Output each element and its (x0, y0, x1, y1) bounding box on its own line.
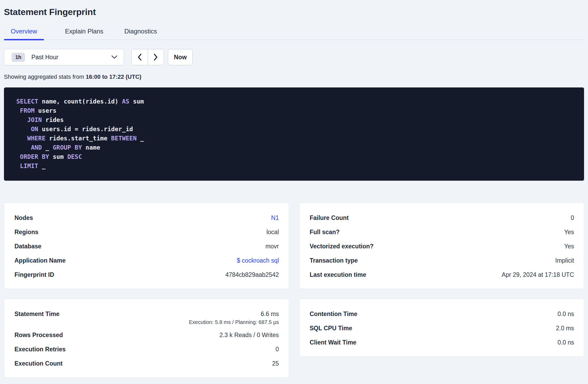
sql-cpu-time-row: SQL CPU Time2.0 ms (310, 321, 574, 335)
time-window-nav (131, 49, 164, 65)
tab-diagnostics[interactable]: Diagnostics (124, 28, 157, 40)
client-wait-time-row: Client Wait Time0.0 ns (310, 335, 574, 349)
sql-line: FROM users (16, 106, 574, 115)
application-name-label: Application Name (14, 257, 66, 264)
last-execution-time-row: Last execution timeApr 29, 2024 at 17:18… (310, 268, 574, 282)
last-execution-time-label: Last execution time (310, 271, 366, 278)
sql-line: WHERE rides.start_time BETWEEN _ (16, 134, 574, 143)
transaction-type-value: Implicit (555, 257, 574, 264)
tab-bar: Overview Explain Plans Diagnostics (4, 28, 584, 40)
time-range-label: Past Hour (31, 54, 58, 61)
execution-retries-label: Execution Retries (14, 346, 66, 353)
client-wait-time-value: 0.0 ns (557, 339, 574, 346)
statement-time-value: 6.6 ms (261, 311, 279, 318)
execution-count-label: Execution Count (14, 360, 63, 367)
regions-row: Regionslocal (14, 225, 279, 239)
application-name-row: Application Name$ cockroach sql (14, 253, 279, 268)
sql-line: LIMIT _ (16, 161, 574, 171)
rows-processed-value: 2.3 k Reads / 0 Writes (220, 332, 279, 339)
full-scan-label: Full scan? (310, 229, 340, 236)
regions-value: local (266, 229, 279, 236)
nodes-value[interactable]: N1 (271, 214, 279, 221)
statement-time-label: Statement Time (14, 311, 59, 318)
tab-overview[interactable]: Overview (4, 28, 44, 40)
sql-statement-box: SELECT name, count(rides.id) AS sum FROM… (4, 87, 584, 181)
info-cards-row: NodesN1RegionslocalDatabasemovrApplicati… (4, 203, 584, 289)
execution-attributes-card: Failure Count0Full scan?YesVectorized ex… (299, 203, 584, 289)
next-time-window-button[interactable] (148, 49, 164, 65)
timing-cards-row: Statement Time6.6 msExecution: 5.8 ms / … (4, 299, 584, 378)
database-value: movr (265, 243, 279, 250)
time-controls: 1h Past Hour (4, 49, 584, 65)
execution-retries-value: 0 (276, 346, 279, 353)
failure-count-value: 0 (571, 214, 574, 221)
sql-line: ORDER BY sum DESC (16, 152, 574, 161)
aggregated-stats-prefix: Showing aggregated stats from (4, 73, 86, 80)
transaction-type-label: Transaction type (310, 257, 358, 264)
statement-overview-card: NodesN1RegionslocalDatabasemovrApplicati… (4, 203, 289, 289)
time-range-select[interactable]: 1h Past Hour (4, 49, 124, 65)
execution-retries-row: Execution Retries0 (14, 342, 279, 356)
transaction-type-row: Transaction typeImplicit (310, 253, 574, 268)
chevron-down-icon (111, 55, 117, 59)
sql-cpu-time-value: 2.0 ms (556, 325, 574, 332)
last-execution-time-value: Apr 29, 2024 at 17:18 UTC (502, 271, 574, 278)
statement-fingerprint-page: Statement Fingerprint Overview Explain P… (0, 0, 588, 378)
regions-label: Regions (14, 229, 38, 236)
contention-time-row: Contention Time0.0 ns (310, 307, 574, 321)
database-row: Databasemovr (14, 239, 279, 253)
sql-cpu-time-label: SQL CPU Time (310, 325, 352, 332)
full-scan-value: Yes (564, 229, 574, 236)
page-title: Statement Fingerprint (4, 7, 584, 17)
failure-count-row: Failure Count0 (310, 211, 574, 225)
database-label: Database (14, 243, 41, 250)
application-name-value[interactable]: $ cockroach sql (237, 257, 279, 264)
execution-count-row: Execution Count25 (14, 356, 279, 371)
sql-line: SELECT name, count(rides.id) AS sum (16, 97, 574, 106)
vectorized-execution-label: Vectorized execution? (310, 243, 374, 250)
fingerprint-id-row: Fingerprint ID4784cb829aab2542 (14, 268, 279, 282)
chevron-left-icon (137, 53, 142, 61)
nodes-row: NodesN1 (14, 211, 279, 225)
sql-line: JOIN rides (16, 115, 574, 125)
rows-processed-row: Rows Processed2.3 k Reads / 0 Writes (14, 328, 279, 342)
sql-code: SELECT name, count(rides.id) AS sum FROM… (16, 97, 574, 171)
sql-line: ON users.id = rides.rider_id (16, 125, 574, 134)
vectorized-execution-value: Yes (564, 243, 574, 250)
previous-time-window-button[interactable] (132, 49, 148, 65)
vectorized-execution-row: Vectorized execution?Yes (310, 239, 574, 253)
aggregated-stats-range: 16:00 to 17:22 (UTC) (86, 73, 142, 80)
contention-time-value: 0.0 ns (557, 311, 574, 318)
nodes-label: Nodes (14, 214, 33, 221)
full-scan-row: Full scan?Yes (310, 225, 574, 239)
statement-time-row: Statement Time6.6 msExecution: 5.8 ms / … (14, 307, 279, 328)
client-wait-time-label: Client Wait Time (310, 339, 357, 346)
failure-count-label: Failure Count (310, 214, 349, 221)
execution-count-value: 25 (272, 360, 279, 367)
rows-processed-label: Rows Processed (14, 332, 63, 339)
aggregated-stats-line: Showing aggregated stats from 16:00 to 1… (4, 73, 584, 80)
contention-time-label: Contention Time (310, 311, 357, 318)
sql-line: AND _ GROUP BY name (16, 143, 574, 152)
fingerprint-id-label: Fingerprint ID (14, 271, 54, 278)
chevron-right-icon (153, 53, 158, 61)
fingerprint-id-value: 4784cb829aab2542 (225, 271, 279, 278)
wait-times-card: Contention Time0.0 nsSQL CPU Time2.0 msC… (299, 299, 584, 357)
statement-time-detail: Execution: 5.8 ms / Planning: 687.5 µs (14, 319, 279, 328)
time-range-preset-badge: 1h (12, 53, 25, 62)
tab-explain-plans[interactable]: Explain Plans (65, 28, 103, 40)
now-button[interactable]: Now (168, 49, 193, 65)
statement-times-card: Statement Time6.6 msExecution: 5.8 ms / … (4, 299, 289, 378)
